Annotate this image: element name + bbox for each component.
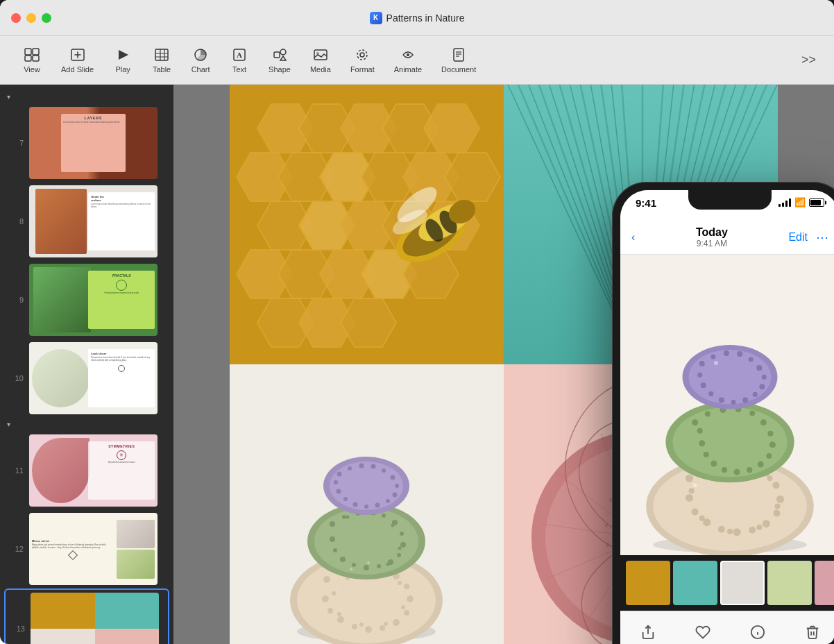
svg-rect-1 — [33, 49, 39, 55]
slide-thumb-7: LAYERS Lorem ipsum dolor sit amet consec… — [29, 107, 158, 179]
slide-item-13[interactable]: 13 — [4, 588, 169, 644]
svg-point-152 — [353, 502, 358, 507]
svg-point-223 — [749, 411, 755, 416]
iphone-screen: 9:41 📶 — [620, 190, 834, 644]
media-icon — [313, 46, 328, 63]
svg-point-111 — [401, 605, 405, 609]
slide-number-8: 8 — [11, 217, 24, 226]
iphone-edit-button[interactable]: Edit — [788, 231, 808, 244]
svg-point-156 — [336, 588, 339, 591]
text-button[interactable]: A Text — [221, 42, 257, 78]
svg-point-141 — [337, 472, 342, 477]
thumb-mini-5[interactable] — [815, 561, 834, 605]
slide-item-9[interactable]: 9 FRACTALS Fractal patterns repeat at ev… — [4, 261, 169, 339]
svg-point-230 — [734, 469, 740, 475]
svg-point-112 — [384, 622, 388, 626]
animate-button[interactable]: Animate — [386, 42, 430, 78]
minimize-button[interactable] — [26, 13, 36, 23]
format-label: Format — [350, 65, 375, 74]
iphone-main-image[interactable] — [620, 255, 834, 555]
svg-point-254 — [693, 483, 697, 487]
svg-point-159 — [350, 568, 352, 570]
play-button[interactable]: Play — [105, 42, 141, 78]
toolbar: View Add Slide Play — [0, 36, 834, 85]
svg-point-242 — [749, 357, 754, 362]
shape-icon — [272, 46, 287, 63]
iphone-thumbnail-bar — [620, 555, 834, 611]
more-button[interactable]: >> — [797, 49, 820, 71]
text-label: Text — [232, 65, 246, 74]
svg-point-126 — [397, 553, 401, 557]
svg-point-225 — [767, 431, 773, 437]
canvas-area[interactable]: 9:41 📶 — [173, 85, 834, 644]
format-button[interactable]: Format — [342, 42, 383, 78]
svg-point-251 — [701, 382, 706, 388]
thumb-mini-4[interactable] — [767, 561, 812, 605]
thumb-mini-2[interactable] — [673, 561, 717, 605]
svg-point-187 — [606, 543, 610, 547]
slide-group-11[interactable]: ▾ — [0, 418, 173, 431]
svg-point-117 — [314, 508, 418, 575]
svg-point-219 — [692, 419, 698, 425]
svg-point-106 — [327, 608, 333, 613]
close-button[interactable] — [11, 13, 21, 23]
chart-button[interactable]: Chart — [182, 42, 219, 78]
svg-point-144 — [371, 464, 376, 469]
format-icon — [355, 46, 370, 63]
svg-rect-0 — [25, 49, 31, 55]
svg-point-220 — [705, 412, 710, 417]
share-button[interactable] — [640, 625, 656, 640]
svg-point-241 — [737, 351, 742, 357]
slide-thumb-10: Look closer Romanesco broccoli is a frac… — [29, 342, 158, 414]
svg-point-205 — [718, 526, 725, 533]
slide-group-7[interactable]: ▾ — [0, 90, 173, 103]
animate-label: Animate — [394, 65, 422, 74]
add-slide-button[interactable]: Add Slide — [53, 42, 102, 78]
shape-button[interactable]: Shape — [260, 42, 299, 78]
svg-point-218 — [672, 407, 787, 477]
svg-point-188 — [605, 524, 609, 527]
slide-item-10[interactable]: 10 Look closer Romanesco broccoli is a f… — [4, 339, 169, 417]
svg-point-207 — [692, 509, 699, 516]
document-button[interactable]: Document — [433, 42, 484, 78]
delete-button[interactable] — [805, 625, 820, 640]
svg-point-147 — [395, 484, 399, 488]
view-button[interactable]: View — [14, 42, 50, 78]
svg-point-247 — [742, 397, 748, 402]
play-icon — [115, 46, 130, 63]
table-button[interactable]: Table — [144, 42, 180, 78]
favorite-button[interactable] — [695, 625, 710, 640]
slide-thumb-9: FRACTALS Fractal patterns repeat at ever… — [29, 264, 158, 336]
thumb-mini-1[interactable] — [626, 561, 670, 605]
slide-item-8[interactable]: 8 Under thesurface Lorem ipsum text desc… — [4, 183, 169, 260]
svg-point-138 — [386, 563, 390, 566]
iphone-more-button[interactable]: ⋯ — [816, 230, 828, 245]
svg-point-22 — [357, 50, 367, 60]
svg-point-99 — [407, 595, 414, 602]
thumb-mini-3-selected[interactable] — [720, 561, 765, 605]
slide-item-11[interactable]: 11 SYMMETRIES ✳ Symmetries abound in nat… — [4, 432, 169, 509]
media-button[interactable]: Media — [302, 42, 339, 78]
slide-item-7[interactable]: 7 LAYERS Lorem ipsum dolor sit amet cons… — [4, 104, 169, 182]
window-title: K Patterns in Nature — [370, 12, 465, 24]
svg-point-119 — [342, 515, 346, 519]
svg-point-23 — [407, 53, 409, 56]
svg-point-239 — [710, 354, 715, 359]
slide-item-12[interactable]: 12 Mirror, mirror Many plants and severa… — [4, 510, 169, 588]
svg-point-107 — [322, 595, 329, 602]
iphone-nav-bar: ‹ Today 9:41 AM Edit ⋯ — [620, 221, 834, 255]
svg-rect-16 — [274, 52, 280, 58]
text-icon: A — [232, 46, 247, 63]
maximize-button[interactable] — [42, 13, 51, 23]
slide-number-11: 11 — [11, 466, 24, 475]
svg-point-155 — [334, 480, 338, 484]
svg-point-115 — [332, 591, 336, 595]
svg-rect-2 — [25, 56, 31, 61]
svg-point-136 — [391, 524, 395, 527]
info-button[interactable] — [750, 625, 765, 640]
slide-number-10: 10 — [11, 374, 24, 382]
svg-point-98 — [404, 584, 409, 589]
animate-icon — [400, 46, 416, 63]
iphone-back-button[interactable]: ‹ — [631, 231, 635, 244]
svg-point-154 — [337, 489, 341, 494]
